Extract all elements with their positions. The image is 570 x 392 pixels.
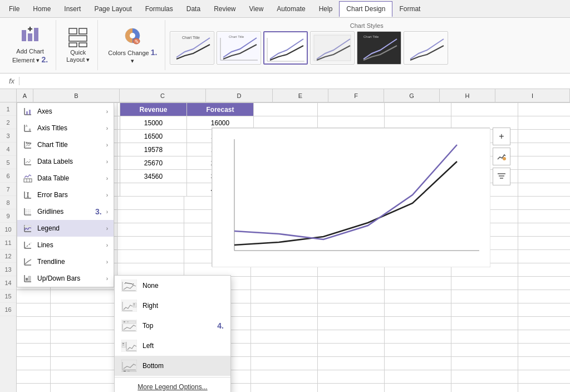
ace-item-axes[interactable]: Axes › [17,103,114,120]
col-header-i[interactable]: I [495,89,570,102]
row-4: 4 [0,143,16,156]
axis-titles-icon: A B [23,123,33,133]
tab-help[interactable]: Help [312,2,340,16]
col-forecast-header[interactable]: Forecast [187,103,254,116]
svg-line-67 [24,243,31,248]
add-chart-element-button[interactable]: Add ChartElement ▾ 2. [9,23,51,67]
chart-filter-button[interactable] [493,168,510,185]
col-header-c[interactable]: C [120,89,206,102]
ace-item-legend[interactable]: Legend › [17,220,114,237]
revenue-2[interactable]: 16500 [120,130,187,143]
svg-rect-1 [28,33,32,41]
add-chart-icon [19,26,41,47]
tab-insert[interactable]: Insert [57,2,87,16]
row-2: 2 [0,116,16,129]
revenue-1[interactable]: 15000 [120,116,187,130]
svg-rect-2 [34,28,38,41]
row-16: 16 [0,303,16,316]
row-14: 14 [0,276,16,290]
tab-automate[interactable]: Automate [270,2,312,16]
col-header-d[interactable]: D [206,89,273,102]
legend-submenu[interactable]: None Right [114,275,231,392]
col-revenue-header[interactable]: Revenue [120,103,187,116]
ace-dropdown[interactable]: Axes › A B Axis Titles › Title [17,102,114,287]
ace-item-trendline[interactable]: Trendline › [17,253,114,270]
legend-right[interactable]: Right [115,296,230,316]
none-label: None [142,282,224,290]
ace-item-axis-titles[interactable]: A B Axis Titles › [17,120,114,136]
chart-styles-section: Chart Styles Chart Title Chart Title [168,20,566,67]
ace-item-error-bars[interactable]: Error Bars › [17,187,114,203]
col-header-b[interactable]: B [33,89,120,102]
tab-data[interactable]: Data [180,2,207,16]
chart-title-icon: Title [23,140,33,150]
tab-review[interactable]: Review [207,2,242,16]
row-15: 15 [0,290,16,303]
row-numbers: 1 2 3 4 5 6 7 8 9 10 11 12 13 14 15 16 [0,102,17,392]
ace-item-updown-bars[interactable]: Up/Down Bars › [17,270,114,287]
revenue-6[interactable] [120,183,187,197]
ribbon-toolbar: Add ChartElement ▾ 2. QuickLayout ▾ [0,18,570,74]
tab-view[interactable]: View [243,2,271,16]
tab-page-layout[interactable]: Page Layout [87,2,138,16]
svg-point-11 [130,33,135,38]
error-bars-arrow: › [106,192,108,198]
row-6: 6 [0,169,16,183]
chart-style-2[interactable]: Chart Title [217,31,261,65]
col-header-f[interactable]: F [328,89,384,102]
left-label: Left [142,342,224,350]
chart-style-4[interactable] [310,31,355,65]
step1-label: 1. [151,48,158,57]
data-labels-label: Data Labels [37,158,102,165]
legend-none[interactable]: None [115,276,230,296]
ace-item-data-table[interactable]: Data Table › [17,170,114,187]
legend-left[interactable]: Left [115,336,230,356]
gridlines-label: Gridlines [37,208,90,215]
trendline-label: Trendline [37,258,102,266]
ace-item-lines[interactable]: Lines › [17,237,114,253]
tab-formulas[interactable]: Formulas [139,2,180,16]
col-header-g[interactable]: G [384,89,440,102]
svg-rect-6 [79,28,87,34]
svg-text:Chart Title: Chart Title [182,36,200,40]
axes-icon [23,106,33,116]
chart-style-button[interactable] [493,148,510,165]
revenue-5[interactable]: 34560 [120,170,187,183]
chart-title-label: Chart Title [37,141,102,149]
tab-file[interactable]: File [2,2,26,16]
legend-top[interactable]: Top 4. [115,316,230,336]
col-header-e[interactable]: E [273,89,328,102]
revenue-4[interactable]: 25670 [120,156,187,170]
legend-icon [23,223,33,233]
chart-add-button[interactable]: + [493,128,510,145]
tab-chart-design[interactable]: Chart Design [339,1,392,17]
more-legend-options[interactable]: More Legend Options... [115,379,230,392]
legend-bottom[interactable]: Bottom [115,356,230,376]
row-3: 3 [0,129,16,143]
ace-item-chart-title[interactable]: Title Chart Title › [17,136,114,153]
chart-style-6[interactable] [404,31,448,65]
axis-titles-label: Axis Titles [37,124,102,132]
tab-format[interactable]: Format [392,2,427,16]
svg-text:✎: ✎ [135,39,139,45]
col-header-h[interactable]: H [440,89,495,102]
change-colors-button[interactable]: ✎ Colors Change 1. ▾ [105,23,160,67]
lines-icon [23,240,33,250]
revenue-3[interactable]: 19578 [120,143,187,156]
add-chart-group: Add ChartElement ▾ 2. [4,20,56,70]
change-colors-label: Colors Change 1. ▾ [108,48,157,65]
chart-style-1[interactable]: Chart Title [170,31,214,65]
gridlines-arrow: › [106,209,108,215]
tab-home[interactable]: Home [26,2,57,16]
ace-item-data-labels[interactable]: • Data Labels › [17,153,114,170]
chart-style-5-dark[interactable]: Chart Title [357,31,401,65]
svg-rect-7 [69,36,87,41]
ace-item-gridlines[interactable]: Gridlines 3. › [17,203,114,220]
legend-bottom-icon [121,360,137,372]
gridlines-icon [23,207,33,217]
formula-input[interactable] [24,77,566,85]
row-10: 10 [0,223,16,236]
chart-style-3[interactable] [263,31,308,65]
right-label: Right [142,302,224,310]
quick-layout-button[interactable]: QuickLayout ▾ [63,24,93,66]
